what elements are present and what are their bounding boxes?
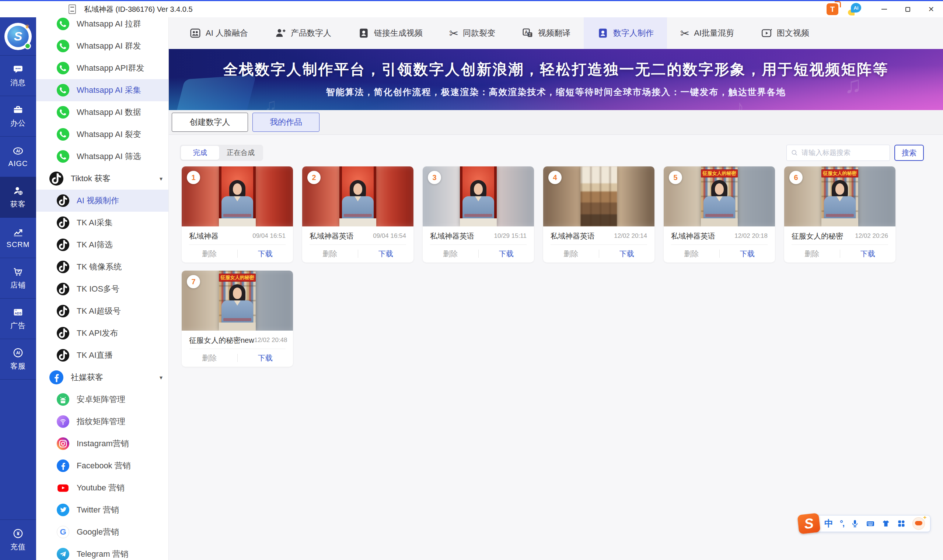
sidebar-item-tk-ios[interactable]: TK IOS多号	[36, 278, 168, 300]
download-button[interactable]: 下载	[238, 353, 293, 363]
tab-link-to-video[interactable]: 链接生成视频	[344, 17, 436, 49]
tab-avatar-maker[interactable]: 数字人制作	[584, 17, 667, 49]
mascot-icon[interactable]	[912, 517, 925, 530]
rail-item-service[interactable]: 客服	[0, 339, 36, 380]
download-button[interactable]: 下载	[238, 249, 293, 259]
rail-item-shop[interactable]: 店铺	[0, 258, 36, 298]
sidebar-item-android-matrix[interactable]: 安卓矩阵管理	[36, 388, 168, 411]
sidebar-item-whatsapp-ai-caiji[interactable]: Whatsapp AI 采集	[36, 79, 168, 101]
avatar-person	[704, 180, 735, 218]
tab-face-fusion[interactable]: AI 人脸融合	[176, 17, 261, 49]
sidebar-item-ai-video-maker[interactable]: AI 视频制作	[36, 189, 168, 212]
tab-video-translate[interactable]: 视频翻译	[509, 17, 584, 49]
sidebar-item-twitter[interactable]: Twitter 营销	[36, 499, 168, 521]
download-button[interactable]: 下载	[840, 249, 896, 259]
delete-button[interactable]: 删除	[182, 249, 237, 259]
portrait-card-icon	[597, 27, 609, 39]
sidebar-group-tiktok[interactable]: Tiktok 获客 ▾	[36, 168, 168, 189]
search-button[interactable]: 搜索	[894, 145, 924, 161]
sidebar: Whatsapp AI 拉群 Whatsapp AI 群发 Whatsapp A…	[36, 17, 169, 560]
sidebar-item-instagram[interactable]: Instagram营销	[36, 432, 168, 455]
sidebar-item-facebook[interactable]: Facebook 营销	[36, 455, 168, 477]
filter-done[interactable]: 完成	[181, 146, 219, 160]
tab-clone-fission[interactable]: ✂ 同款裂变	[436, 17, 509, 49]
video-overlay-title: 征服女人的秘密	[219, 274, 256, 282]
skin-icon[interactable]	[881, 519, 890, 528]
video-title: 私域神器英语	[310, 231, 354, 241]
download-button[interactable]: 下载	[358, 249, 414, 259]
translate-icon	[522, 27, 534, 39]
close-button[interactable]: ✕	[920, 2, 943, 17]
avatar-person	[221, 180, 253, 218]
punctuation-icon[interactable]: °,	[840, 519, 844, 528]
sidebar-item-tk-mirror[interactable]: TK 镜像系统	[36, 256, 168, 278]
delete-button[interactable]: 删除	[423, 249, 478, 259]
create-avatar-button[interactable]: 创建数字人	[172, 113, 248, 132]
video-thumbnail[interactable]: 征服女人的秘密 7	[182, 271, 293, 331]
maximize-button[interactable]	[896, 2, 920, 17]
sogou-logo-icon[interactable]: S	[798, 513, 821, 534]
download-button[interactable]: 下载	[599, 249, 655, 259]
sidebar-item-tk-ai-shaixuan[interactable]: TK AI筛选	[36, 234, 168, 256]
video-card-grid: 1 私域神器 09/04 16:51 删除 下载	[182, 166, 930, 367]
translate-app-icon[interactable]: T	[827, 3, 838, 15]
my-works-button[interactable]: 我的作品	[252, 113, 319, 132]
rail-item-scrm[interactable]: SCRM	[0, 218, 36, 258]
tiktok-icon	[57, 238, 69, 251]
download-button[interactable]: 下载	[720, 249, 775, 259]
delete-button[interactable]: 删除	[664, 249, 719, 259]
sidebar-group-social[interactable]: 社媒获客 ▾	[36, 366, 168, 388]
whatsapp-icon	[57, 128, 69, 141]
video-title: 私域神器英语	[430, 231, 474, 241]
delete-button[interactable]: 删除	[302, 249, 358, 259]
delete-button[interactable]: 删除	[182, 353, 237, 363]
download-button[interactable]: 下载	[479, 249, 534, 259]
ai-chat-icon[interactable]: Ai	[848, 3, 861, 15]
delete-button[interactable]: 删除	[543, 249, 599, 259]
sidebar-item-whatsapp-ai-liebian[interactable]: Whatsapp AI 裂变	[36, 123, 168, 145]
video-thumbnail[interactable]: 1	[182, 166, 293, 226]
briefcase-icon	[12, 104, 23, 115]
rail-item-messages[interactable]: 消息	[0, 55, 36, 96]
sidebar-item-whatsapp-ai-shaixuan[interactable]: Whatsapp AI 筛选	[36, 145, 168, 168]
sidebar-item-whatsapp-ai-qunfa[interactable]: Whatsapp AI 群发	[36, 35, 168, 57]
video-thumbnail[interactable]: 4	[543, 166, 654, 226]
twitter-icon	[57, 504, 69, 516]
sidebar-item-whatsapp-api-qunfa[interactable]: Whatsapp API群发	[36, 57, 168, 79]
search-input[interactable]	[786, 145, 890, 161]
sidebar-item-tk-api[interactable]: TK API发布	[36, 322, 168, 344]
video-title: 私域神器	[189, 231, 219, 241]
sidebar-item-tk-live[interactable]: TK AI直播	[36, 344, 168, 366]
sidebar-item-tk-ai-caiji[interactable]: TK AI采集	[36, 212, 168, 234]
rail-item-office[interactable]: 办公	[0, 96, 36, 137]
banner-title: 全栈数字人制作平台，引领数字人创新浪潮，轻松打造独一无二的数字形象，用于短视频矩…	[169, 49, 943, 80]
video-thumbnail[interactable]: 3	[423, 166, 534, 226]
sidebar-item-google[interactable]: G Google营销	[36, 521, 168, 543]
minimize-button[interactable]	[872, 2, 896, 17]
video-thumbnail[interactable]: 征服女人的秘密 5	[664, 166, 775, 226]
rail-item-ads[interactable]: 广告	[0, 298, 36, 339]
toolbox-icon[interactable]	[897, 519, 906, 528]
delete-button[interactable]: 删除	[784, 249, 840, 259]
card-number-badge: 7	[187, 275, 200, 288]
sidebar-item-tk-super[interactable]: TK AI超级号	[36, 300, 168, 322]
sidebar-item-whatsapp-ai-laqun[interactable]: Whatsapp AI 拉群	[36, 17, 168, 35]
tab-image-text-video[interactable]: 图文视频	[747, 17, 823, 49]
rail-item-acquisition[interactable]: 获客	[0, 177, 36, 218]
sidebar-item-telegram[interactable]: Telegram 营销	[36, 543, 168, 560]
sidebar-item-youtube[interactable]: Youtube 营销	[36, 477, 168, 499]
video-thumbnail[interactable]: 征服女人的秘密 6	[784, 166, 895, 226]
sidebar-item-fingerprint-matrix[interactable]: 指纹矩阵管理	[36, 411, 168, 432]
keyboard-icon[interactable]	[866, 519, 875, 528]
fingerprint-icon	[57, 415, 69, 428]
video-thumbnail[interactable]: 2	[302, 166, 414, 226]
rail-item-aigc[interactable]: AIGC	[0, 137, 36, 177]
tab-product-avatar[interactable]: 产品数字人	[261, 17, 344, 49]
filter-processing[interactable]: 正在合成	[219, 146, 262, 160]
chinese-mode-icon[interactable]: 中	[824, 518, 833, 529]
video-card: 3 私域神器英语 10/29 15:11 删除 下载	[423, 166, 534, 263]
sidebar-item-whatsapp-ai-shuju[interactable]: Whatsapp AI 数据	[36, 101, 168, 123]
tab-ai-batch-edit[interactable]: ✂ AI批量混剪	[667, 17, 747, 49]
microphone-icon[interactable]	[850, 519, 859, 528]
rail-item-recharge[interactable]: 充值	[0, 520, 36, 560]
